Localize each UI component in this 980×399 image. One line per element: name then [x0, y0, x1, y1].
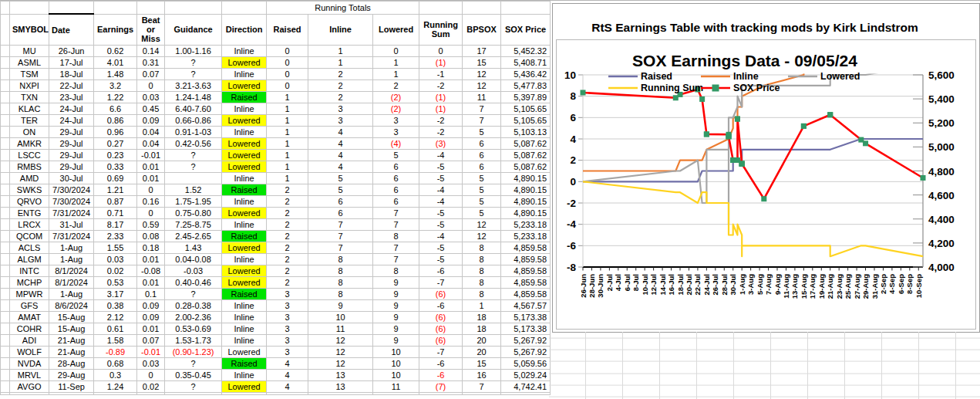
cell-sox-price[interactable]: 4,567.57 [501, 300, 551, 312]
cell-date[interactable]: 7/31/2024 [49, 208, 94, 219]
cell-earnings[interactable]: 0.3 [94, 370, 137, 381]
cell-guidance[interactable]: 1.53-1.73 [165, 335, 222, 347]
cell-direction[interactable]: Inline [222, 69, 267, 80]
cell-beat-or-miss[interactable]: 0.31 [137, 57, 165, 69]
cell-running-sum[interactable]: -6 [419, 370, 463, 381]
cell-beat-or-miss[interactable]: 0.02 [137, 381, 165, 393]
cell-running-sum[interactable]: (1) [419, 103, 463, 115]
cell-guidance[interactable]: 0.53-0.69 [165, 323, 222, 335]
row-head[interactable] [1, 115, 10, 127]
cell-raised[interactable]: 1 [267, 103, 308, 115]
cell-sox-price[interactable]: 5,087.62 [501, 150, 551, 161]
cell-running-sum[interactable]: -6 [419, 265, 463, 277]
cell-beat-or-miss[interactable]: 0.03 [137, 92, 165, 103]
row-head[interactable] [1, 335, 10, 347]
cell-symbol[interactable]: ALGM [10, 254, 49, 265]
col-header-running-sum[interactable]: Running Sum [419, 14, 463, 46]
cell-earnings[interactable]: 0.71 [94, 208, 137, 219]
cell-beat-or-miss[interactable]: 0.01 [137, 323, 165, 335]
cell-lowered[interactable]: 11 [373, 381, 419, 393]
cell-bpsox[interactable]: 6 [463, 138, 501, 150]
cell-blank[interactable] [419, 2, 463, 15]
cell-date[interactable]: 8/1/2024 [49, 277, 94, 289]
cell-inline[interactable]: 2 [308, 92, 373, 103]
cell-blank[interactable] [1, 393, 10, 395]
cell-running-sum[interactable]: -5 [419, 161, 463, 173]
cell-bpsox[interactable]: 5 [463, 184, 501, 196]
cell-sox-price[interactable]: 5,436.42 [501, 69, 551, 80]
cell-direction[interactable]: Raised [222, 289, 267, 300]
cell-direction[interactable]: Inline [222, 127, 267, 138]
row-head[interactable] [1, 161, 10, 173]
cell-earnings[interactable]: 0.61 [94, 323, 137, 335]
cell-guidance[interactable]: 0.42-0.56 [165, 138, 222, 150]
cell-symbol[interactable]: ACLS [10, 242, 49, 254]
cell-direction[interactable]: Inline [222, 219, 267, 231]
cell-running-sum[interactable]: -4 [419, 196, 463, 208]
cell-bpsox[interactable]: 8 [463, 265, 501, 277]
cell-running-sum[interactable]: -6 [419, 300, 463, 312]
cell-direction[interactable]: Inline [222, 196, 267, 208]
cell-blank[interactable] [463, 393, 501, 395]
cell-symbol[interactable]: SWKS [10, 184, 49, 196]
row-head[interactable] [1, 80, 10, 92]
cell-date[interactable]: 18-Jul [49, 69, 94, 80]
cell-bpsox[interactable]: 8 [463, 277, 501, 289]
row-head[interactable] [1, 323, 10, 335]
cell-running-sum[interactable]: -4 [419, 150, 463, 161]
cell-symbol[interactable]: MCHP [10, 277, 49, 289]
cell-blank[interactable] [1, 2, 10, 15]
cell-direction[interactable]: Lowered [222, 242, 267, 254]
row-head[interactable] [1, 69, 10, 80]
cell-sox-price[interactable]: 4,859.58 [501, 289, 551, 300]
cell-lowered[interactable]: 3 [373, 127, 419, 138]
cell-sox-price[interactable]: 5,233.18 [501, 231, 551, 242]
cell-date[interactable]: 7/31/2024 [49, 231, 94, 242]
cell-bpsox[interactable]: 8 [463, 254, 501, 265]
cell-running-sum[interactable]: (3) [419, 138, 463, 150]
cell-beat-or-miss[interactable]: 0.01 [137, 161, 165, 173]
cell-inline[interactable]: 7 [308, 242, 373, 254]
cell-direction[interactable]: Lowered [222, 161, 267, 173]
cell-symbol[interactable]: RMBS [10, 161, 49, 173]
cell-beat-or-miss[interactable]: 0.1 [137, 289, 165, 300]
cell-beat-or-miss[interactable]: 0.07 [137, 335, 165, 347]
cell-direction[interactable]: Raised [222, 231, 267, 242]
cell-date[interactable]: 21-Aug [49, 335, 94, 347]
cell-sox-price[interactable]: 5,087.62 [501, 138, 551, 150]
cell-date[interactable]: 29-Jul [49, 127, 94, 138]
cell-date[interactable]: 8/1/2024 [49, 265, 94, 277]
cell-blank[interactable] [49, 393, 94, 395]
cell-date[interactable]: 1-Aug [49, 242, 94, 254]
cell-direction[interactable]: Inline [222, 335, 267, 347]
cell-running-sum[interactable]: (1) [419, 92, 463, 103]
cell-direction[interactable]: Inline [222, 312, 267, 323]
cell-lowered[interactable]: 0 [373, 46, 419, 57]
col-header-beat-or-miss[interactable]: Beat or Miss [137, 14, 165, 46]
cell-raised[interactable]: 2 [267, 231, 308, 242]
cell-guidance[interactable]: -0.03 [165, 265, 222, 277]
cell-bpsox[interactable]: 6 [463, 150, 501, 161]
cell-sox-price[interactable]: 5,103.13 [501, 127, 551, 138]
cell-raised[interactable]: 2 [267, 184, 308, 196]
cell-beat-or-miss[interactable]: 0.01 [137, 254, 165, 265]
cell-guidance[interactable]: 0.66-0.86 [165, 115, 222, 127]
row-head[interactable] [1, 242, 10, 254]
cell-earnings[interactable]: 0.68 [94, 358, 137, 370]
cell-symbol[interactable]: QCOM [10, 231, 49, 242]
cell-earnings[interactable]: 1.22 [94, 92, 137, 103]
cell-lowered[interactable]: 1 [373, 69, 419, 80]
cell-direction[interactable]: Inline [222, 323, 267, 335]
cell-guidance[interactable]: 7.25-8.75 [165, 219, 222, 231]
cell-blank[interactable] [94, 393, 137, 395]
cell-inline[interactable]: 12 [308, 347, 373, 358]
cell-sox-price[interactable]: 4,890.15 [501, 173, 551, 184]
cell-date[interactable]: 29-Jul [49, 150, 94, 161]
cell-guidance[interactable]: ? [165, 150, 222, 161]
cell-inline[interactable]: 6 [308, 196, 373, 208]
cell-direction[interactable]: Lowered [222, 277, 267, 289]
cell-beat-or-miss[interactable]: 0.18 [137, 242, 165, 254]
cell-sox-price[interactable]: 5,029.24 [501, 370, 551, 381]
cell-lowered[interactable]: 10 [373, 370, 419, 381]
cell-sox-price[interactable]: 4,742.41 [501, 381, 551, 393]
